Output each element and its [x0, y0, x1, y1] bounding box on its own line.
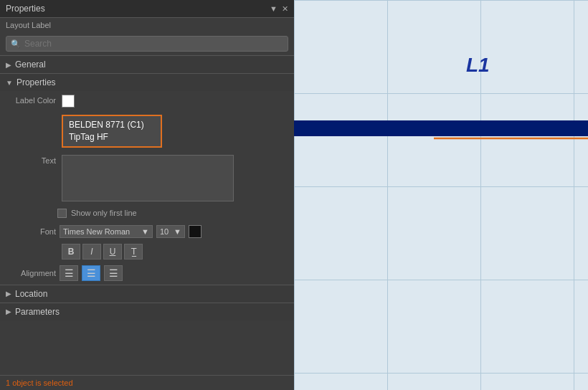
- search-icon: 🔍: [11, 39, 21, 49]
- font-size-dropdown-icon: ▼: [174, 227, 181, 236]
- text-preview-box[interactable]: BELDEN 8771 (C1) TipTag HF: [62, 115, 162, 148]
- font-name: Times New Roman: [63, 227, 130, 236]
- text-preview-line1: BELDEN 8771 (C1): [69, 119, 155, 131]
- status-text: 1 object is selected: [6, 379, 73, 387]
- label-color-row: Label Color: [0, 91, 294, 111]
- general-expand-icon: ▶: [6, 61, 11, 69]
- font-color-swatch[interactable]: [189, 225, 201, 238]
- underline-button[interactable]: U: [103, 244, 122, 260]
- location-section-label: Location: [15, 289, 47, 299]
- pin-icon[interactable]: ▼: [270, 4, 278, 13]
- status-bar: 1 object is selected: [0, 375, 294, 390]
- wire-bar: [294, 120, 588, 136]
- location-expand-icon: ▶: [6, 290, 11, 298]
- properties-section-label: Properties: [16, 77, 56, 87]
- text-label: Text: [6, 155, 56, 165]
- format-buttons-row: B I U T̲: [0, 242, 294, 262]
- text-preview-line2: TipTag HF: [69, 131, 155, 143]
- panel-header: Properties ▼ ✕: [0, 0, 294, 18]
- panel-title: Properties: [6, 4, 45, 14]
- text-row: Text: [0, 151, 294, 205]
- panel-subtitle: Layout Label: [0, 18, 294, 32]
- canvas: L1 BELDEN 8771 (C1) TipTag HF: [294, 0, 588, 390]
- text-input[interactable]: [62, 155, 234, 201]
- canvas-l1-label: L1: [466, 54, 490, 77]
- font-size-select[interactable]: 10 ▼: [156, 225, 185, 238]
- align-center-button[interactable]: ☰: [82, 265, 100, 281]
- properties-expand-icon: ▼: [6, 79, 13, 87]
- show-first-line-row[interactable]: Show only first line: [0, 205, 294, 222]
- properties-section-header[interactable]: ▼ Properties: [0, 73, 294, 91]
- font-size-value: 10: [160, 227, 169, 236]
- font-row: Font Times New Roman ▼ 10 ▼: [0, 222, 294, 242]
- label-color-swatch[interactable]: [62, 95, 75, 108]
- italic-button[interactable]: I: [82, 244, 101, 260]
- show-first-line-checkbox[interactable]: [57, 209, 67, 218]
- align-right-button[interactable]: ☰: [104, 265, 123, 281]
- strikethrough-button[interactable]: T̲: [124, 244, 143, 260]
- properties-panel: Properties ▼ ✕ Layout Label 🔍 ▶ General …: [0, 0, 294, 390]
- show-first-line-label: Show only first line: [71, 209, 137, 217]
- general-section-label: General: [15, 60, 46, 70]
- parameters-expand-icon: ▶: [6, 308, 11, 315]
- bold-button[interactable]: B: [62, 244, 80, 260]
- panel-header-controls: ▼ ✕: [270, 4, 288, 14]
- label-color-label: Label Color: [6, 95, 56, 105]
- alignment-row: Alignment ☰ ☰ ☰: [0, 262, 294, 285]
- align-left-button[interactable]: ☰: [60, 265, 78, 281]
- general-section-header[interactable]: ▶ General: [0, 55, 294, 73]
- parameters-section-label: Parameters: [15, 307, 60, 317]
- font-select[interactable]: Times New Roman ▼: [60, 225, 153, 238]
- close-icon[interactable]: ✕: [282, 4, 288, 14]
- properties-content: Label Color BELDEN 8771 (C1) TipTag HF T…: [0, 91, 294, 375]
- location-section-header[interactable]: ▶ Location: [0, 285, 294, 303]
- search-input[interactable]: [24, 39, 283, 49]
- parameters-section-header[interactable]: ▶ Parameters: [0, 303, 294, 320]
- search-bar[interactable]: 🔍: [6, 36, 288, 52]
- text-preview-row: BELDEN 8771 (C1) TipTag HF: [0, 111, 294, 151]
- font-dropdown-icon: ▼: [141, 227, 149, 236]
- alignment-label: Alignment: [6, 269, 56, 277]
- font-label: Font: [6, 227, 56, 236]
